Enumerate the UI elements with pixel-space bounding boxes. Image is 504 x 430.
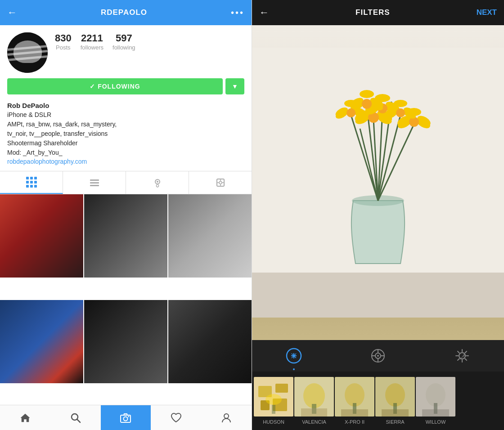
right-panel: ← FILTERS NEXT [252,0,504,430]
filter-valencia-thumb [294,377,334,417]
search-icon [70,412,81,424]
photo-cell-5[interactable] [84,300,167,383]
tab-list[interactable] [63,171,126,194]
followers-label: followers [81,44,104,51]
header-username: RDEPAOLO [101,8,147,17]
following-stat[interactable]: 597 following [112,32,135,51]
bio-line-1: iPhone & DSLR [7,110,244,120]
filters-title: FILTERS [356,8,390,17]
filter-valencia[interactable]: VALENCIA [294,377,334,425]
filter-willow-thumb [416,377,455,417]
heart-icon [170,412,182,424]
bottom-nav [0,405,252,430]
photo-cell-3[interactable] [168,194,252,278]
posts-count: 830 [55,32,72,44]
adjust-tool-icon [370,348,386,364]
svg-line-80 [465,351,467,353]
filters-tool[interactable] [286,348,302,364]
main-image-preview [252,25,504,340]
follow-dropdown-button[interactable]: ▼ [225,78,244,94]
camera-icon [120,412,131,424]
followers-stat[interactable]: 2211 followers [81,32,104,51]
tab-tagged[interactable] [189,171,252,194]
filter-hudson-thumb [254,377,293,417]
svg-point-38 [360,90,374,98]
photo-grid [0,194,252,405]
svg-point-50 [344,100,358,107]
filter-strip: HUDSON VALENCIA [252,372,504,430]
nav-camera[interactable] [101,405,151,430]
svg-rect-84 [275,384,288,393]
svg-point-87 [266,394,282,405]
svg-line-81 [458,359,459,361]
photo-cell-4[interactable] [0,300,83,383]
filter-xpro[interactable]: X-PRO II [335,377,374,425]
bio-line-4: Shootermag Shareholder [7,139,244,148]
svg-line-79 [465,359,467,361]
bio-line-3: tv_noir, tv__people, transfer_visions [7,129,244,139]
posts-stat[interactable]: 830 Posts [55,32,72,51]
photo-cell-1[interactable] [0,194,83,278]
filter-xpro-label: X-PRO II [345,419,364,425]
photo-cell-6[interactable] [168,300,252,383]
svg-point-53 [346,108,356,117]
following-count: 597 [116,32,132,44]
svg-rect-100 [382,409,409,417]
profile-icon [220,412,232,424]
location-icon [153,178,162,188]
svg-point-59 [396,108,405,117]
following-button[interactable]: ✓ FOLLOWING [7,78,223,94]
svg-line-78 [458,351,459,353]
nav-profile[interactable] [201,405,252,430]
more-options-button[interactable]: ••• [231,8,244,18]
posts-label: Posts [56,44,71,51]
bio-website-link[interactable]: robdepaolophotography.com [7,158,87,165]
following-label: following [112,44,135,51]
tab-bar [0,171,252,194]
svg-rect-104 [422,409,449,417]
left-panel: ← RDEPAOLO ••• 830 Posts 2211 followers … [0,0,252,430]
filter-willow[interactable]: WILLOW [416,377,455,425]
svg-point-41 [362,99,372,109]
filters-header: ← FILTERS NEXT [252,0,504,25]
svg-point-13 [224,414,229,418]
back-button[interactable]: ← [7,7,17,18]
home-icon [19,412,31,424]
svg-rect-92 [301,408,327,417]
nav-search[interactable] [50,405,101,430]
stats-wrap: 830 Posts 2211 followers 597 following [55,32,244,51]
filter-hudson[interactable]: HUDSON [254,377,293,425]
flower-image [252,25,504,340]
photo-cell-2[interactable] [84,194,167,278]
bio-section: Rob DePaolo iPhone & DSLR AMPt, rsa_bnw,… [0,100,252,171]
bio-name: Rob DePaolo [7,102,244,109]
svg-line-9 [77,419,80,422]
filter-valencia-label: VALENCIA [302,419,326,425]
svg-rect-88 [272,405,275,414]
filters-back-button[interactable]: ← [259,7,269,18]
svg-point-3 [219,181,222,184]
tab-location[interactable] [126,171,189,194]
filter-sierra-label: SIERRA [386,419,405,425]
next-button[interactable]: NEXT [477,8,497,17]
profile-header: ← RDEPAOLO ••• [0,0,252,25]
nav-likes[interactable] [151,405,201,430]
filters-tool-icon [286,348,302,364]
followers-count: 2211 [81,32,103,44]
svg-rect-96 [341,409,368,417]
filter-willow-label: WILLOW [426,419,446,425]
svg-point-11 [124,417,128,421]
tab-grid[interactable] [0,171,63,194]
svg-point-72 [377,355,379,357]
avatar[interactable] [7,32,48,73]
list-icon [90,179,99,186]
profile-section: 830 Posts 2211 followers 597 following [0,25,252,73]
nav-home[interactable] [0,405,50,430]
tagged-icon [216,178,225,188]
lux-tool-icon [454,348,470,364]
filter-sierra[interactable]: SIERRA [375,377,415,425]
follow-actions: ✓ FOLLOWING ▼ [7,78,244,94]
adjust-tool[interactable] [370,348,386,364]
svg-point-56 [394,100,407,107]
lux-tool[interactable] [454,348,470,364]
